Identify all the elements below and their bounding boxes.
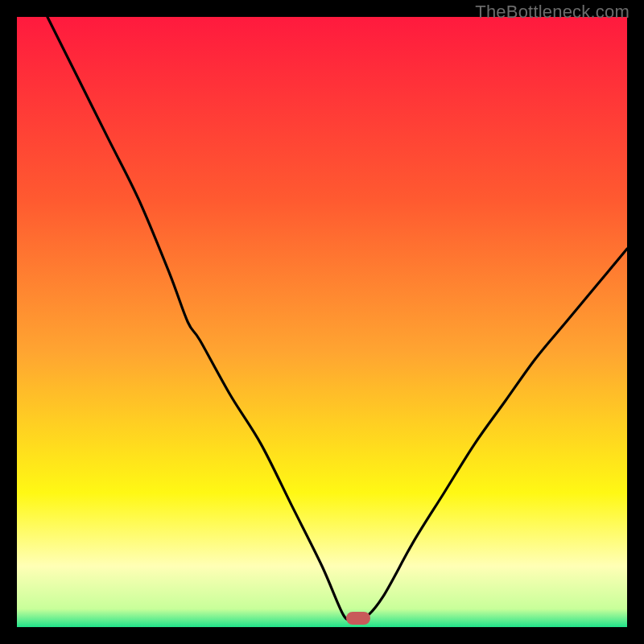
bottleneck-curve — [17, 17, 627, 627]
plot-area — [17, 17, 627, 627]
optimal-marker — [346, 612, 370, 625]
chart-frame: TheBottleneck.com — [0, 0, 644, 644]
watermark-text: TheBottleneck.com — [475, 2, 630, 23]
